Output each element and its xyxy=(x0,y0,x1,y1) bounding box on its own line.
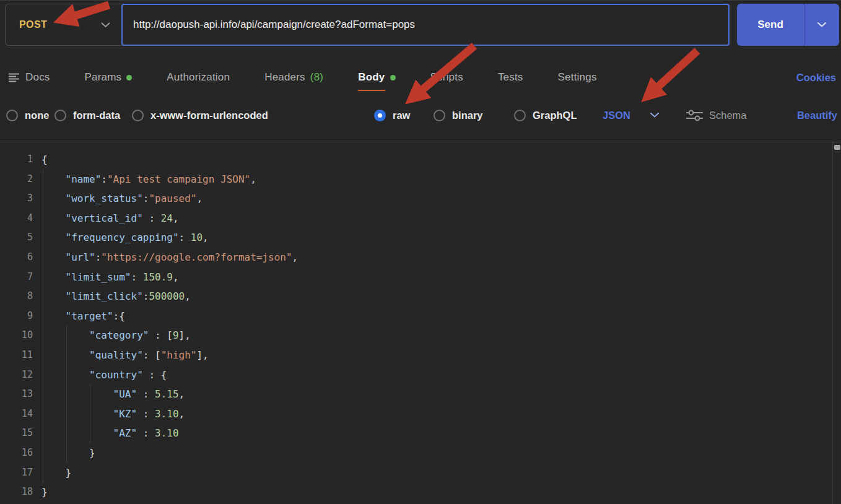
code-text: "work_status":"paused", xyxy=(41,189,203,209)
headers-count-badge: (8) xyxy=(310,71,323,84)
code-text: "limit_click":500000, xyxy=(41,287,191,306)
body-type-label: x-www-form-urlencoded xyxy=(150,110,268,121)
tab-authorization[interactable]: Authorization xyxy=(167,71,230,84)
request-builder-window: POST http://daopush-api.info/api/campaig… xyxy=(0,0,841,504)
code-line: 17 } xyxy=(0,463,825,483)
tab-headers[interactable]: Headers(8) xyxy=(264,71,323,84)
tab-settings[interactable]: Settings xyxy=(558,71,597,84)
url-input[interactable]: http://daopush-api.info/api/campaign/cre… xyxy=(121,4,730,46)
code-line: 12 "country" : { xyxy=(0,365,825,385)
body-type-option-binary[interactable]: binary xyxy=(434,102,483,128)
code-line: 14 "KZ" : 3.10, xyxy=(0,404,825,424)
line-number: 8 xyxy=(0,287,33,306)
chevron-down-icon xyxy=(101,22,110,28)
send-button[interactable]: Send xyxy=(737,4,804,46)
line-number: 5 xyxy=(0,228,33,248)
line-number: 9 xyxy=(0,306,33,326)
schema-label: Schema xyxy=(709,110,747,121)
line-number: 17 xyxy=(0,463,33,483)
body-type-option-none[interactable]: none xyxy=(6,102,49,128)
tabs: DocsParamsAuthorizationHeaders(8)BodyScr… xyxy=(9,71,597,84)
green-dot-indicator xyxy=(390,75,396,80)
code-line: 16 } xyxy=(0,443,825,463)
code-text: "AZ" : 3.10 xyxy=(41,424,179,443)
line-number: 3 xyxy=(0,189,33,209)
green-dot-indicator xyxy=(126,75,132,80)
code-text: "category" : [9], xyxy=(41,326,191,345)
body-type-option-raw[interactable]: raw xyxy=(374,102,410,128)
tab-docs[interactable]: Docs xyxy=(9,71,50,84)
line-number: 15 xyxy=(0,424,33,443)
send-options-button[interactable] xyxy=(804,4,839,46)
tab-label: Tests xyxy=(498,71,523,84)
code-text: "url":"https://google.com?format=json", xyxy=(41,248,298,267)
code-text: "country" : { xyxy=(41,365,167,385)
tab-label: Params xyxy=(85,71,122,84)
code-text: } xyxy=(41,463,71,483)
url-text: http://daopush-api.info/api/campaign/cre… xyxy=(133,19,415,31)
body-type-bar: noneform-datax-www-form-urlencodedrawbin… xyxy=(0,98,841,132)
cookies-link[interactable]: Cookies xyxy=(796,72,836,84)
tab-body[interactable]: Body xyxy=(358,71,395,84)
line-number: 4 xyxy=(0,209,33,228)
code-text: } xyxy=(41,443,95,463)
code-text: "KZ" : 3.10, xyxy=(41,404,185,424)
body-type-option-graphql[interactable]: GraphQL xyxy=(514,102,577,128)
code-line: 2 "name":"Api test campaign JSON", xyxy=(0,170,825,189)
line-number: 10 xyxy=(0,326,33,345)
tab-label: Scripts xyxy=(430,71,463,84)
code-text: { xyxy=(41,150,48,170)
tab-label: Body xyxy=(358,71,385,84)
code-text: "frequency_capping": 10, xyxy=(41,228,209,248)
line-number: 16 xyxy=(0,443,33,463)
method-select[interactable]: POST xyxy=(5,4,121,46)
code-line: 15 "AZ" : 3.10 xyxy=(0,424,825,443)
code-line: 18} xyxy=(0,482,825,502)
sliders-icon xyxy=(686,109,703,122)
body-type-label: none xyxy=(25,110,49,121)
body-type-label: raw xyxy=(393,110,410,121)
code-text: "UA" : 5.15, xyxy=(41,385,185,404)
line-number: 7 xyxy=(0,267,33,287)
tab-params[interactable]: Params xyxy=(85,71,133,84)
radio-icon xyxy=(132,110,144,121)
radio-icon xyxy=(54,110,66,121)
tab-tests[interactable]: Tests xyxy=(498,71,523,84)
line-number: 11 xyxy=(0,345,33,365)
body-type-option-form-data[interactable]: form-data xyxy=(54,102,120,128)
json-language-select[interactable]: JSON xyxy=(603,102,659,128)
line-number: 13 xyxy=(0,385,33,404)
method-label: POST xyxy=(19,19,47,30)
line-number: 12 xyxy=(0,365,33,385)
chevron-down-icon xyxy=(817,22,826,27)
code-line: 6 "url":"https://google.com?format=json"… xyxy=(0,248,825,267)
code-text: "quality": ["high"], xyxy=(41,345,209,365)
radio-icon xyxy=(6,110,18,121)
tab-label: Settings xyxy=(558,71,597,84)
code-line: 5 "frequency_capping": 10, xyxy=(0,228,825,248)
code-text: } xyxy=(41,482,48,502)
send-button-group: Send xyxy=(737,4,839,46)
tab-scripts[interactable]: Scripts xyxy=(430,71,463,84)
tab-label: Authorization xyxy=(167,71,230,84)
radio-icon xyxy=(434,110,445,121)
line-number: 6 xyxy=(0,248,33,267)
radio-icon xyxy=(514,110,526,121)
beautify-button[interactable]: Beautify xyxy=(797,102,837,128)
code-text: "limit_sum": 150.9, xyxy=(41,267,179,287)
body-type-label: GraphQL xyxy=(533,110,577,121)
code-line: 11 "quality": ["high"], xyxy=(0,345,825,365)
code-line: 3 "work_status":"paused", xyxy=(0,189,825,209)
body-type-option-x-www-form-urlencoded[interactable]: x-www-form-urlencoded xyxy=(132,102,268,128)
body-type-label: binary xyxy=(452,110,483,121)
code-line: 7 "limit_sum": 150.9, xyxy=(0,267,825,287)
line-number: 14 xyxy=(0,404,33,424)
code-line: 1{ xyxy=(0,150,825,170)
docs-list-icon xyxy=(9,72,20,83)
scrollbar-thumb[interactable] xyxy=(834,145,840,150)
schema-button[interactable]: Schema xyxy=(686,102,747,128)
request-bar: POST http://daopush-api.info/api/campaig… xyxy=(5,4,839,46)
body-code-editor[interactable]: 1{2 "name":"Api test campaign JSON",3 "w… xyxy=(0,142,841,504)
tab-label: Headers xyxy=(264,71,305,84)
chevron-down-icon xyxy=(650,113,659,118)
